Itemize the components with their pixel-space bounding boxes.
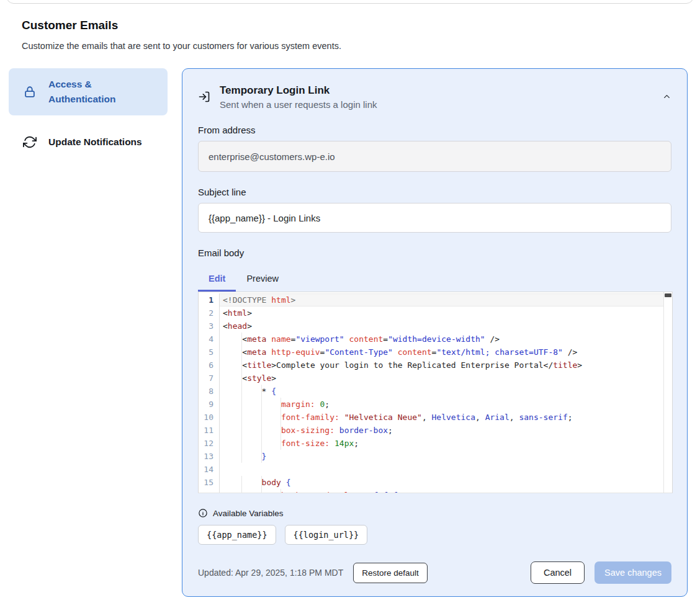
line-number: 6 [199, 359, 220, 372]
from-address-input [198, 141, 671, 172]
login-icon [198, 91, 210, 103]
available-variables-header: Available Variables [198, 508, 671, 518]
email-body-code-editor[interactable]: 1<!DOCTYPE html>2<html>3<head>4<meta nam… [198, 292, 673, 493]
code-line: 6<title>Complete your login to the Repli… [199, 359, 663, 372]
line-number: 16 [199, 489, 220, 493]
variable-chip-login-url[interactable]: {{login_url}} [285, 525, 368, 545]
code-text: <html> [220, 306, 663, 320]
subject-line-input[interactable] [198, 203, 671, 233]
code-text: <!DOCTYPE html> [220, 293, 663, 306]
chevron-up-icon [662, 92, 671, 101]
code-text: * { [220, 385, 663, 398]
page-subtitle: Customize the emails that are sent to yo… [22, 41, 341, 51]
lock-icon [23, 85, 37, 99]
line-number: 15 [199, 476, 220, 489]
code-text: } [220, 450, 663, 463]
previous-card-edge [6, 0, 694, 4]
code-line: 14 [199, 463, 663, 476]
code-text: <head> [220, 320, 663, 333]
updated-timestamp: Updated: Apr 29, 2025, 1:18 PM MDT [198, 568, 343, 578]
code-text: margin: 0; [220, 398, 663, 411]
sidebar-item-label: Access & Authentication [48, 77, 141, 107]
page-title: Customer Emails [22, 19, 118, 32]
code-text: body { [220, 476, 663, 489]
line-number: 13 [199, 450, 220, 463]
code-lines: 1<!DOCTYPE html>2<html>3<head>4<meta nam… [199, 293, 663, 493]
line-number: 7 [199, 372, 220, 385]
line-number: 12 [199, 437, 220, 450]
code-text: <meta http-equiv="Content-Type" content=… [220, 346, 663, 359]
code-text: box-sizing: border-box; [220, 424, 663, 437]
code-text: <title>Complete your login to the Replic… [220, 359, 663, 372]
panel-title: Temporary Login Link [220, 84, 377, 97]
variable-chip-app-name[interactable]: {{app_name}} [198, 525, 276, 545]
line-number: 9 [199, 398, 220, 411]
code-line: 2<html> [199, 306, 663, 320]
tab-preview[interactable]: Preview [236, 269, 289, 292]
code-line: 15body { [199, 476, 663, 489]
code-line: 8* { [199, 385, 663, 398]
code-text [220, 463, 663, 476]
code-text: <style> [220, 372, 663, 385]
code-line: 5<meta http-equiv="Content-Type" content… [199, 346, 663, 359]
email-types-sidebar: Access & AuthenticationUpdate Notificati… [9, 68, 168, 157]
editor-scrollbar[interactable] [663, 292, 672, 493]
editor-scrollbar-thumb[interactable] [665, 293, 671, 297]
code-text: font-size: 14px; [220, 437, 663, 450]
line-number: 4 [199, 333, 220, 346]
line-number: 14 [199, 463, 220, 476]
line-number: 10 [199, 411, 220, 424]
panel-header: Temporary Login Link Sent when a user re… [198, 84, 671, 110]
sidebar-item-access-authentication[interactable]: Access & Authentication [9, 68, 168, 115]
subject-line-label: Subject line [198, 187, 671, 197]
panel-header-text: Temporary Login Link Sent when a user re… [220, 84, 377, 110]
code-line: 4<meta name="viewport" content="width=de… [199, 333, 663, 346]
code-line: 13} [199, 450, 663, 463]
line-number: 5 [199, 346, 220, 359]
footer-actions: Cancel Save changes [531, 561, 671, 584]
code-line: 11box-sizing: border-box; [199, 424, 663, 437]
line-number: 3 [199, 320, 220, 333]
code-text: background-color: #f9f9f9; [220, 489, 663, 493]
tab-edit[interactable]: Edit [198, 269, 236, 292]
line-number: 11 [199, 424, 220, 437]
line-number: 2 [199, 306, 220, 320]
customer-emails-page: Customer Emails Customize the emails tha… [0, 0, 700, 608]
code-line: 12font-size: 14px; [199, 437, 663, 450]
restore-default-button[interactable]: Restore default [353, 563, 428, 583]
code-line: 10font-family: "Helvetica Neue", Helveti… [199, 411, 663, 424]
from-address-label: From address [198, 125, 671, 135]
save-changes-button[interactable]: Save changes [595, 561, 671, 584]
code-line: 9margin: 0; [199, 398, 663, 411]
email-body-label: Email body [198, 248, 671, 258]
sidebar-item-label: Update Notifications [48, 135, 142, 150]
panel-footer: Updated: Apr 29, 2025, 1:18 PM MDT Resto… [198, 561, 671, 584]
code-line: 1<!DOCTYPE html> [199, 293, 663, 306]
refresh-icon [23, 135, 37, 149]
line-number: 8 [199, 385, 220, 398]
cancel-button[interactable]: Cancel [531, 561, 585, 584]
line-number: 1 [199, 293, 220, 306]
sidebar-item-update-notifications[interactable]: Update Notifications [9, 127, 168, 157]
email-body-tabs: EditPreview [198, 269, 671, 292]
info-icon [198, 508, 208, 518]
temporary-login-link-panel: Temporary Login Link Sent when a user re… [182, 68, 688, 597]
panel-subtitle: Sent when a user requests a login link [220, 99, 377, 110]
code-text: <meta name="viewport" content="width=dev… [220, 333, 663, 346]
collapse-panel-button[interactable] [662, 92, 671, 101]
variable-chips: {{app_name}}{{login_url}} [198, 525, 671, 545]
code-line: 3<head> [199, 320, 663, 333]
code-line: 7<style> [199, 372, 663, 385]
code-line: 16background-color: #f9f9f9; [199, 489, 663, 493]
available-variables-label: Available Variables [213, 509, 284, 518]
code-text: font-family: "Helvetica Neue", Helvetica… [220, 411, 663, 424]
